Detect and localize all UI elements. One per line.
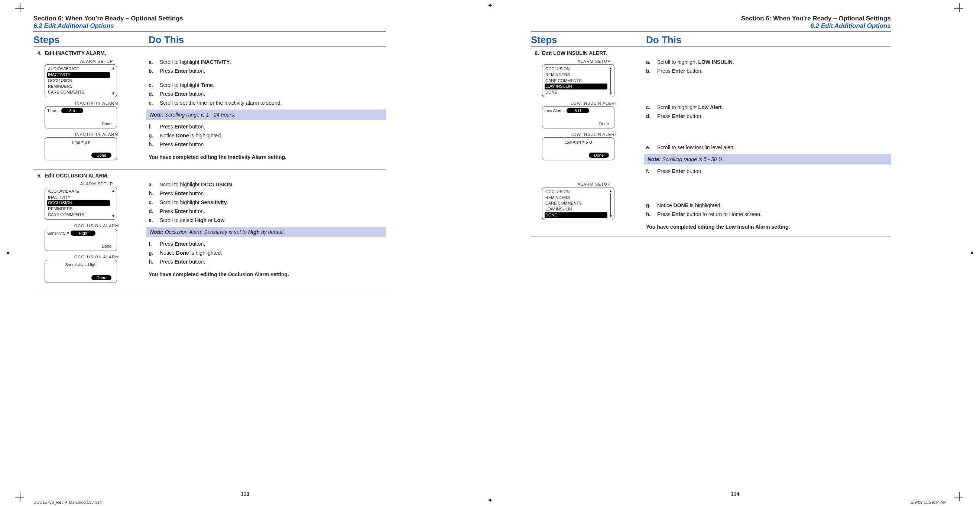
device-screen: ALARM SETUPAUDIO/VIBRATEINACTIVITYOCCLUS…	[45, 59, 149, 97]
substep-letter: f.	[646, 168, 657, 174]
menu-item: REMINDERS	[545, 195, 608, 201]
device-screen: INACTIVITY ALARMTime = 3 hDone	[45, 132, 149, 160]
note: Note: Scrolling range is 5 - 50 U.	[644, 154, 891, 165]
step-right-col: a.Scroll to highlight OCCLUSION.b.Press …	[149, 173, 386, 287]
substep-letter: b.	[149, 68, 160, 74]
substep: b.Press Enter button.	[149, 189, 386, 198]
device-screen-box: Sensitivity = HighDone	[45, 260, 117, 283]
substep-letter: a.	[646, 59, 657, 65]
menu-item: CARE COMMENTS	[545, 78, 608, 84]
substep-text: Press Enter button to return to Home scr…	[657, 211, 762, 217]
menu-item: OCCLUSION	[545, 189, 608, 195]
step-right-col: a.Scroll to highlight LOW INSULIN.b.Pres…	[646, 50, 891, 231]
device-screen-title: ALARM SETUP	[45, 182, 149, 186]
substep: h.Press Enter button to return to Home s…	[646, 210, 891, 219]
menu-item: LOW INSULIN	[545, 84, 608, 89]
substep-text: Press Enter button.	[160, 141, 205, 148]
substep: g.Notice DONE is highlighted.	[646, 201, 891, 210]
substep-text: Press Enter button.	[657, 68, 703, 74]
substep-text: Scroll to highlight Sensitivity.	[160, 199, 228, 205]
substep-text: Press Enter button.	[657, 113, 703, 119]
menu-item: INACTIVITY	[47, 195, 110, 200]
static-line: Sensitivity = High	[47, 262, 115, 267]
substep: c.Scroll to highlight Time.	[149, 81, 386, 89]
menu-item: DONE	[545, 89, 608, 95]
substep: c.Scroll to highlight Sensitivity.	[149, 198, 386, 207]
substep-text: Press Enter button.	[160, 259, 205, 265]
page-header: Section 6: When You're Ready – Optional …	[33, 15, 386, 30]
substep-letter: h.	[149, 259, 160, 265]
menu-item: LOW INSULIN	[545, 206, 608, 213]
value-key: Sensitivity =	[47, 231, 71, 235]
arrow-down-icon: ▼	[111, 214, 115, 218]
note: Note: Scrolling range is 1 - 24 hours.	[146, 109, 386, 120]
substep: d.Press Enter button.	[646, 112, 891, 121]
device-screen-title: LOW INSULIN ALERT	[542, 101, 646, 105]
device-screen: ALARM SETUPAUDIO/VIBRATEINACTIVITYOCCLUS…	[45, 182, 149, 220]
substep: b.Press Enter button.	[646, 67, 891, 75]
substep-letter: c.	[646, 104, 657, 110]
device-screen-title: LOW INSULIN ALERT	[542, 132, 646, 136]
device-screen: INACTIVITY ALARMTime =3 hDone	[45, 101, 149, 128]
menu-item: CARE COMMENTS	[545, 200, 608, 206]
substep-letter: d.	[646, 113, 657, 119]
substep-text: Scroll to highlight OCCLUSION.	[160, 182, 233, 187]
substep-letter: h.	[646, 211, 657, 217]
substep-letter: e.	[149, 100, 160, 106]
step-left-col: Edit OCCLUSION ALARM.ALARM SETUPAUDIO/VI…	[45, 173, 149, 287]
substep-letter: g.	[646, 202, 657, 208]
arrow-up-icon: ▲	[111, 66, 115, 70]
step-title: Edit OCCLUSION ALARM.	[45, 173, 149, 179]
value-pill: 5 U	[566, 108, 589, 113]
substep-text: Notice Done is highlighted.	[160, 250, 222, 256]
device-screen-box: AUDIO/VIBRATEINACTIVITYOCCLUSIONREMINDER…	[45, 187, 117, 220]
substep: g.Notice Done is highlighted.	[149, 248, 386, 257]
menu-item: REMINDERS	[47, 84, 110, 89]
arrow-down-icon: ▼	[111, 91, 115, 95]
scroll-track	[113, 70, 113, 92]
substep: e.Scroll to set the time for the inactiv…	[149, 98, 386, 107]
substep-text: Scroll to highlight LOW INSULIN.	[657, 59, 734, 65]
done-label: Done	[47, 113, 115, 127]
step-number: 5.	[33, 173, 45, 287]
substep-letter: h.	[149, 141, 160, 148]
substep: e.Scroll to select High or Low.	[149, 216, 386, 225]
device-screen-title: ALARM SETUP	[45, 59, 149, 63]
substep: b.Press Enter button.	[149, 67, 386, 75]
substep-text: Press Enter button.	[160, 190, 205, 197]
menu-item: OCCLUSION	[47, 78, 110, 84]
scroll-track	[113, 192, 113, 214]
step-number: 4.	[33, 50, 45, 164]
note: Note: Occlusion Alarm Sensitivity is set…	[146, 227, 386, 237]
substep-text: Scroll to highlight Low Alert.	[657, 104, 723, 110]
substep: f.Press Enter button.	[646, 167, 891, 176]
device-screen-box: Sensitivity =HighDone	[45, 229, 117, 251]
page-number: 113	[241, 491, 249, 497]
page-left: Section 6: When You're Ready – Optional …	[0, 0, 490, 506]
substep: e.Scroll to set low insulin level alert.	[646, 143, 891, 152]
page-number: 114	[731, 491, 739, 497]
substep-letter: a.	[149, 182, 160, 187]
value-key: Time =	[47, 108, 61, 113]
arrow-down-icon: ▼	[609, 91, 612, 95]
device-screen-title: OCCLUSION ALARM	[45, 224, 149, 228]
scroll-track	[610, 70, 611, 92]
substep-letter: d.	[149, 91, 160, 97]
menu-item: DONE	[545, 213, 608, 218]
value-key: Low Alert =	[545, 108, 566, 113]
column-headers: Steps Do This	[531, 32, 891, 47]
substep: h.Press Enter button.	[149, 257, 386, 266]
column-headers: Steps Do This	[33, 32, 386, 47]
device-screen: ALARM SETUPOCCLUSIONREMINDERSCARE COMMEN…	[542, 182, 646, 220]
device-screen-box: AUDIO/VIBRATEINACTIVITYOCCLUSIONREMINDER…	[45, 64, 117, 97]
static-line: Low Alert = 5 U	[545, 139, 612, 144]
device-screen-box: OCCLUSIONREMINDERSCARE COMMENTSLOW INSUL…	[542, 64, 614, 97]
subsection-title: 6.2 Edit Additional Options	[531, 22, 891, 30]
substep: c.Scroll to highlight Low Alert.	[646, 103, 891, 112]
menu-item: REMINDERS	[47, 206, 110, 212]
substep-letter: b.	[149, 190, 160, 197]
substep-text: Press Enter button.	[160, 124, 205, 130]
value-pill: 3 h	[61, 108, 83, 113]
section-title: Section 6: When You're Ready – Optional …	[33, 15, 386, 22]
arrow-up-icon: ▲	[609, 66, 612, 70]
